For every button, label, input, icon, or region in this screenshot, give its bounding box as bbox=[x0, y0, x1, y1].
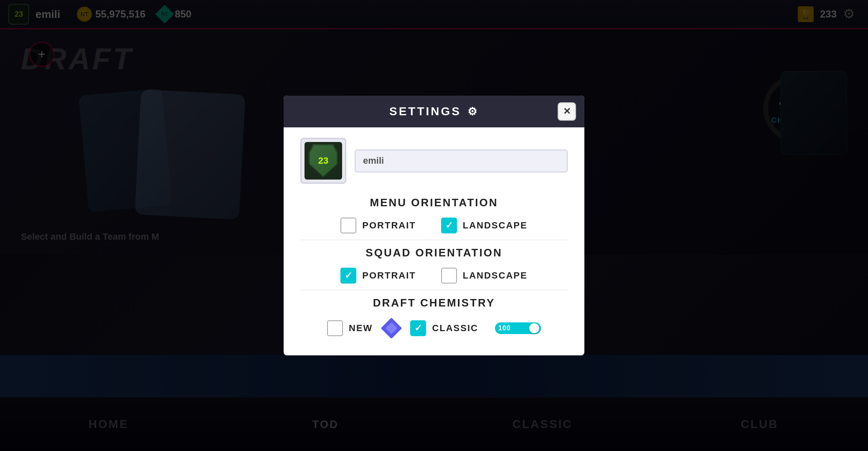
menu-portrait-item: PORTRAIT bbox=[340, 218, 416, 233]
draft-classic-item: CLASSIC bbox=[410, 320, 478, 336]
slider-track[interactable]: 100 bbox=[495, 322, 541, 334]
draft-classic-label: CLASSIC bbox=[432, 323, 478, 334]
slider-value: 100 bbox=[498, 324, 511, 332]
modal-close-button[interactable]: ✕ bbox=[558, 102, 576, 121]
divider-1 bbox=[300, 240, 568, 240]
squad-landscape-checkbox[interactable] bbox=[441, 268, 457, 284]
squad-orientation-header: SQUAD ORIENTATION bbox=[300, 246, 568, 259]
avatar-container[interactable]: 23 bbox=[300, 138, 346, 184]
menu-portrait-label: PORTRAIT bbox=[362, 220, 416, 231]
draft-new-item: NEW bbox=[327, 320, 373, 336]
menu-orientation-row: PORTRAIT LANDSCAPE bbox=[300, 218, 568, 233]
modal-header: SETTINGS ⚙ ✕ bbox=[284, 96, 584, 127]
username-input[interactable] bbox=[355, 149, 568, 172]
squad-portrait-item: PORTRAIT bbox=[340, 268, 416, 284]
squad-landscape-label: LANDSCAPE bbox=[463, 270, 528, 281]
close-icon: ✕ bbox=[563, 106, 571, 117]
divider-2 bbox=[300, 290, 568, 290]
avatar-shield: 23 bbox=[309, 144, 338, 177]
squad-orientation-row: PORTRAIT LANDSCAPE bbox=[300, 268, 568, 284]
diamond-separator bbox=[381, 318, 402, 339]
modal-body: 23 MENU ORIENTATION PORTRAIT LANDSCAPE S… bbox=[284, 127, 584, 343]
modal-title: SETTINGS ⚙ bbox=[389, 105, 479, 118]
menu-landscape-item: LANDSCAPE bbox=[441, 218, 528, 233]
draft-chemistry-row: NEW CLASSIC 100 bbox=[300, 318, 568, 339]
profile-row: 23 bbox=[300, 138, 568, 184]
avatar-number: 23 bbox=[318, 155, 328, 166]
slider-container: 100 bbox=[495, 322, 541, 334]
draft-new-label: NEW bbox=[349, 323, 373, 334]
modal-gear-icon: ⚙ bbox=[467, 105, 479, 118]
draft-chemistry-header: DRAFT CHEMISTRY bbox=[300, 296, 568, 309]
squad-portrait-checkbox[interactable] bbox=[340, 268, 356, 284]
menu-portrait-checkbox[interactable] bbox=[340, 218, 356, 233]
avatar-badge: 23 bbox=[305, 142, 342, 180]
slider-thumb[interactable] bbox=[529, 323, 539, 333]
draft-classic-checkbox[interactable] bbox=[410, 320, 426, 336]
menu-landscape-checkbox[interactable] bbox=[441, 218, 457, 233]
settings-modal: SETTINGS ⚙ ✕ 23 MENU ORIENTATION P bbox=[284, 96, 584, 355]
draft-new-checkbox[interactable] bbox=[327, 320, 343, 336]
squad-landscape-item: LANDSCAPE bbox=[441, 268, 528, 284]
squad-portrait-label: PORTRAIT bbox=[362, 270, 416, 281]
menu-landscape-label: LANDSCAPE bbox=[463, 220, 528, 231]
modal-title-text: SETTINGS bbox=[389, 105, 461, 118]
menu-orientation-header: MENU ORIENTATION bbox=[300, 196, 568, 209]
